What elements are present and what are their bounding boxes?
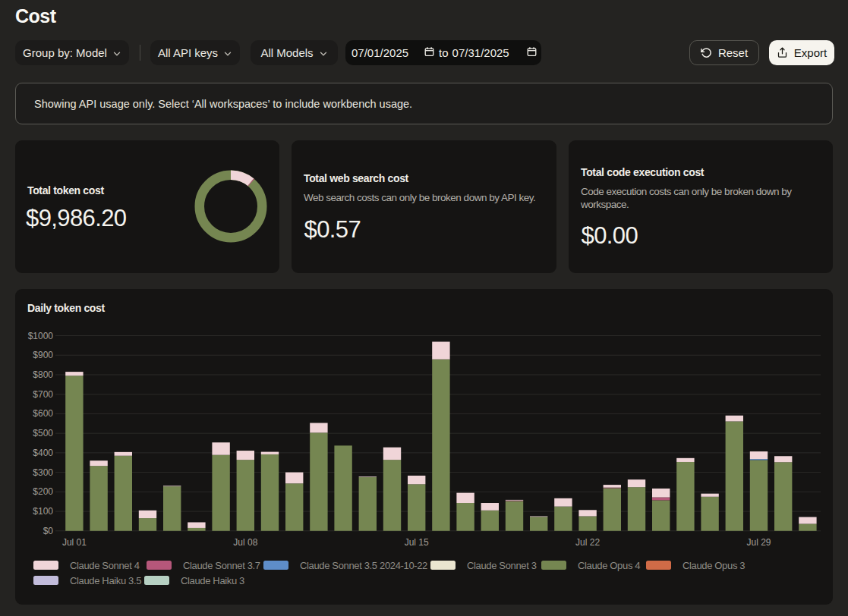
svg-text:$100: $100 <box>33 506 53 517</box>
svg-text:$1000: $1000 <box>28 331 54 341</box>
svg-text:$300: $300 <box>33 467 53 478</box>
svg-text:$200: $200 <box>33 486 53 497</box>
svg-text:$0: $0 <box>43 526 54 536</box>
svg-text:$400: $400 <box>33 448 53 458</box>
svg-text:Jul 22: Jul 22 <box>575 537 600 548</box>
svg-text:Jul 01: Jul 01 <box>62 537 87 548</box>
svg-text:$900: $900 <box>33 350 53 360</box>
svg-text:Jul 29: Jul 29 <box>746 537 771 548</box>
svg-text:$600: $600 <box>33 408 53 419</box>
svg-text:Jul 15: Jul 15 <box>405 537 429 548</box>
svg-text:$800: $800 <box>33 369 53 380</box>
svg-text:Jul 08: Jul 08 <box>233 537 257 548</box>
svg-text:$700: $700 <box>33 389 53 400</box>
svg-text:$500: $500 <box>33 428 53 438</box>
